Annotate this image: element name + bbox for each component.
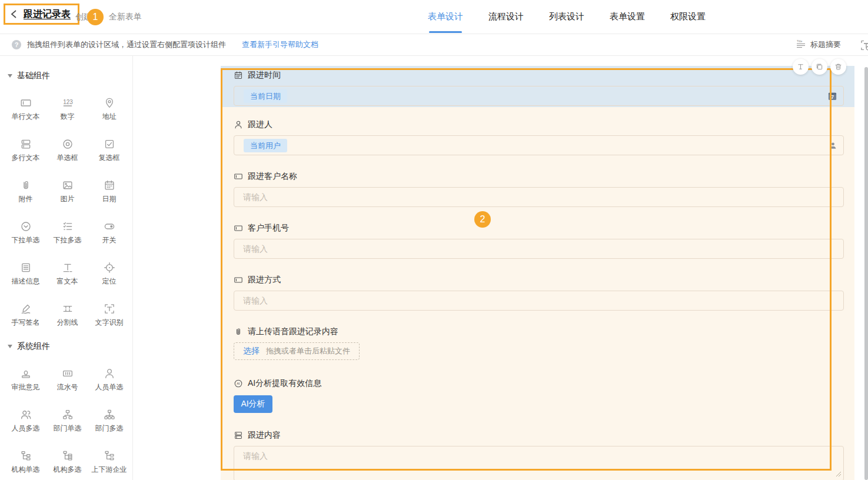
ocr-summary-icon[interactable]	[860, 39, 868, 54]
form-field-follow-method[interactable]: 跟进方式	[221, 262, 854, 314]
component-grid-basic-components: 单行文本123数字地址多行文本单选框复选框附件图片日期下拉单选下拉多选开关描述信…	[0, 82, 132, 336]
voice-upload-dropzone[interactable]: 选择拖拽或者单击后粘贴文件	[234, 342, 360, 360]
component-item-dropdown-multi[interactable]: 下拉多选	[46, 212, 88, 254]
resize-handle-icon[interactable]	[836, 469, 842, 479]
form-field-customer-phone[interactable]: 客户手机号	[221, 211, 854, 262]
tab-flow-design[interactable]: 流程设计	[488, 0, 524, 34]
field-label: 跟进人	[248, 119, 272, 130]
checkbox-icon	[104, 138, 115, 150]
component-label: 图片	[61, 194, 75, 204]
field-control	[234, 239, 844, 259]
component-label: 单选框	[57, 153, 78, 163]
component-item-updown-enterprise[interactable]: 上下游企业	[88, 442, 130, 480]
newform-label: 全新表单	[109, 0, 142, 34]
field-label-row: 客户手机号	[234, 222, 844, 234]
component-item-ocr[interactable]: 文字识别	[88, 295, 130, 336]
component-label: 富文本	[57, 276, 78, 286]
tab-permission-settings[interactable]: 权限设置	[670, 0, 706, 34]
serial-icon	[62, 368, 74, 379]
textarea-placeholder: 请输入	[243, 451, 268, 461]
component-item-divider[interactable]: 分割线	[46, 295, 88, 336]
component-label: 分割线	[57, 318, 78, 328]
info-bar: ? 拖拽组件到表单的设计区域，通过设置右侧配置项设计组件 查看新手引导帮助文档 …	[0, 34, 868, 56]
form-field-follow-person[interactable]: 跟进人当前用户	[221, 107, 854, 159]
datepicker-icon[interactable]: 7	[827, 91, 837, 101]
component-item-switch[interactable]: 开关	[88, 212, 130, 254]
component-item-address[interactable]: 地址	[88, 89, 130, 130]
customer-name-input[interactable]	[234, 187, 844, 207]
component-label: 手写签名	[12, 318, 40, 328]
number-icon: 123	[62, 97, 74, 109]
field-title-button[interactable]	[793, 59, 809, 75]
field-delete-button[interactable]	[830, 59, 846, 75]
form-title-box[interactable]: 跟进记录表	[4, 4, 79, 25]
attachment-icon	[234, 327, 243, 336]
component-item-person-single[interactable]: 人员单选	[88, 359, 130, 401]
text-single-icon	[234, 275, 243, 285]
ai-analyze-button[interactable]: AI分析	[234, 395, 272, 413]
tab-list-design[interactable]: 列表设计	[549, 0, 584, 34]
component-item-description-info[interactable]: 描述信息	[5, 254, 46, 295]
component-label: 审批意见	[12, 382, 40, 392]
component-label: 人员单选	[95, 382, 124, 392]
form-field-voice-upload[interactable]: 请上传语音跟进记录内容选择拖拽或者单击后粘贴文件	[221, 314, 854, 366]
svg-text:123: 123	[63, 99, 73, 105]
title-summary-button[interactable]: Title 标题摘要	[796, 39, 841, 51]
form-field-follow-time[interactable]: 跟进时间当前日期7	[221, 66, 854, 107]
follow-content-textarea[interactable]: 请输入	[234, 446, 844, 480]
tab-form-settings[interactable]: 表单设置	[610, 0, 645, 34]
component-item-checkbox[interactable]: 复选框	[88, 130, 130, 171]
collapse-arrow-icon	[8, 74, 12, 78]
radio-icon	[62, 138, 74, 150]
component-label: 复选框	[99, 153, 120, 163]
component-item-serial-number[interactable]: 流水号	[46, 359, 88, 401]
person-fill-icon[interactable]	[829, 141, 837, 150]
back-icon[interactable]	[10, 9, 18, 19]
component-item-rich-text[interactable]: 富文本	[46, 254, 88, 295]
component-item-approval-opinion[interactable]: 审批意见	[5, 359, 46, 401]
component-label: 描述信息	[12, 276, 40, 286]
component-item-dept-single[interactable]: 部门单选	[46, 401, 88, 442]
component-item-locate[interactable]: 定位	[88, 254, 130, 295]
component-item-dropdown-single[interactable]: 下拉单选	[5, 212, 46, 254]
text-multi-icon	[234, 431, 243, 440]
field-label: 跟进方式	[248, 275, 281, 285]
guide-link[interactable]: 查看新手引导帮助文档	[242, 39, 318, 50]
question-icon: ?	[12, 40, 21, 49]
component-item-dept-multi[interactable]: 部门多选	[88, 401, 130, 442]
component-item-multi-line-text[interactable]: 多行文本	[5, 130, 46, 171]
component-item-image[interactable]: 图片	[46, 171, 88, 212]
component-item-signature[interactable]: 手写签名	[5, 295, 46, 336]
upload-select-button[interactable]: 选择	[243, 346, 260, 356]
component-item-number[interactable]: 123数字	[46, 89, 88, 130]
follow-person-input[interactable]: 当前用户	[234, 135, 844, 155]
form-field-follow-content[interactable]: 跟进内容请输入	[221, 418, 854, 469]
follow-method-input[interactable]	[234, 291, 844, 311]
component-label: 下拉多选	[54, 235, 82, 245]
component-item-org-single[interactable]: 机构单选	[5, 442, 46, 480]
section-header-basic-components[interactable]: 基础组件	[0, 70, 132, 82]
component-item-single-line-text[interactable]: 单行文本	[5, 89, 46, 130]
component-item-radio[interactable]: 单选框	[46, 130, 88, 171]
text-multi-icon	[20, 138, 32, 150]
component-item-attachment[interactable]: 附件	[5, 171, 46, 212]
address-icon	[104, 97, 115, 109]
field-label: AI分析提取有效信息	[248, 378, 321, 389]
field-action-buttons	[793, 59, 846, 75]
title-summary-label: 标题摘要	[810, 39, 841, 50]
component-item-person-multi[interactable]: 人员多选	[5, 401, 46, 442]
section-header-system-components[interactable]: 系统组件	[0, 341, 132, 352]
form-field-customer-name[interactable]: 跟进客户名称	[221, 159, 854, 211]
field-label: 跟进时间	[248, 70, 281, 81]
field-copy-button[interactable]	[812, 59, 827, 75]
component-item-date[interactable]: 日期	[88, 171, 130, 212]
customer-phone-input[interactable]	[234, 239, 844, 259]
designer-hint: 拖拽组件到表单的设计区域，通过设置右侧配置项设计组件	[27, 39, 226, 50]
field-control: 当前日期7	[234, 86, 844, 106]
follow-time-input[interactable]: 当前日期7	[234, 86, 844, 106]
form-field-ai-analyze[interactable]: AIAI分析提取有效信息AI分析	[221, 366, 854, 418]
component-item-org-multi[interactable]: 机构多选	[46, 442, 88, 480]
calendar-icon	[234, 71, 243, 80]
tab-form-design[interactable]: 表单设计	[428, 0, 463, 34]
vertical-scrollbar[interactable]	[864, 67, 868, 480]
